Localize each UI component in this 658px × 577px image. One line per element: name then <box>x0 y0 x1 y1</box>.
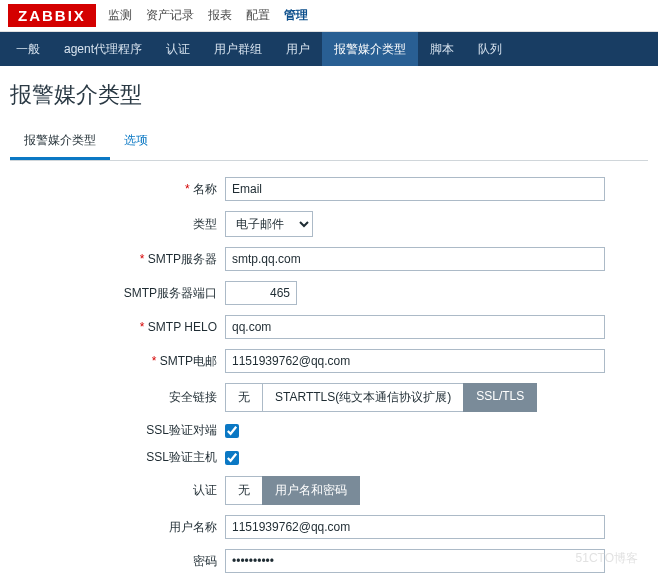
seg-sec-starttls[interactable]: STARTTLS(纯文本通信协议扩展) <box>262 383 464 412</box>
ssl-host-checkbox[interactable] <box>225 451 239 465</box>
seg-auth-none[interactable]: 无 <box>225 476 263 505</box>
smtp-port-input[interactable] <box>225 281 297 305</box>
subnav-scripts[interactable]: 脚本 <box>418 32 466 66</box>
tabs: 报警媒介类型 选项 <box>10 124 648 161</box>
seg-auth-userpass[interactable]: 用户名和密码 <box>262 476 360 505</box>
label-smtp-helo: SMTP HELO <box>0 320 225 334</box>
topnav-reports[interactable]: 报表 <box>208 7 232 24</box>
smtp-email-input[interactable] <box>225 349 605 373</box>
tab-options[interactable]: 选项 <box>110 124 162 160</box>
watermark: 51CTO博客 <box>576 550 638 567</box>
label-username: 用户名称 <box>0 519 225 536</box>
type-select[interactable]: 电子邮件 <box>225 211 313 237</box>
sub-nav: 一般 agent代理程序 认证 用户群组 用户 报警媒介类型 脚本 队列 <box>0 32 658 66</box>
name-input[interactable] <box>225 177 605 201</box>
subnav-authentication[interactable]: 认证 <box>154 32 202 66</box>
username-input[interactable] <box>225 515 605 539</box>
smtp-helo-input[interactable] <box>225 315 605 339</box>
subnav-mediatypes[interactable]: 报警媒介类型 <box>322 32 418 66</box>
seg-sec-ssltls[interactable]: SSL/TLS <box>463 383 537 412</box>
label-conn-security: 安全链接 <box>0 389 225 406</box>
label-ssl-host: SSL验证主机 <box>0 449 225 466</box>
subnav-proxies[interactable]: agent代理程序 <box>52 32 154 66</box>
label-name: 名称 <box>0 181 225 198</box>
subnav-general[interactable]: 一般 <box>4 32 52 66</box>
topnav-inventory[interactable]: 资产记录 <box>146 7 194 24</box>
tab-mediatype[interactable]: 报警媒介类型 <box>10 124 110 160</box>
top-bar: ZABBIX 监测 资产记录 报表 配置 管理 <box>0 0 658 32</box>
label-auth: 认证 <box>0 482 225 499</box>
subnav-queue[interactable]: 队列 <box>466 32 514 66</box>
seg-sec-none[interactable]: 无 <box>225 383 263 412</box>
topnav-monitoring[interactable]: 监测 <box>108 7 132 24</box>
label-smtp-server: SMTP服务器 <box>0 251 225 268</box>
seg-conn-security: 无 STARTTLS(纯文本通信协议扩展) SSL/TLS <box>225 383 537 412</box>
label-password: 密码 <box>0 553 225 570</box>
label-smtp-email: SMTP电邮 <box>0 353 225 370</box>
label-smtp-port: SMTP服务器端口 <box>0 285 225 302</box>
topnav-administration[interactable]: 管理 <box>284 7 308 24</box>
subnav-usergroups[interactable]: 用户群组 <box>202 32 274 66</box>
smtp-server-input[interactable] <box>225 247 605 271</box>
page-title: 报警媒介类型 <box>0 66 658 116</box>
seg-auth: 无 用户名和密码 <box>225 476 360 505</box>
logo: ZABBIX <box>8 4 96 27</box>
top-nav: 监测 资产记录 报表 配置 管理 <box>108 7 308 24</box>
subnav-users[interactable]: 用户 <box>274 32 322 66</box>
label-ssl-peer: SSL验证对端 <box>0 422 225 439</box>
ssl-peer-checkbox[interactable] <box>225 424 239 438</box>
form: 名称 类型 电子邮件 SMTP服务器 SMTP服务器端口 SMTP HELO S… <box>0 177 658 577</box>
label-type: 类型 <box>0 216 225 233</box>
password-input[interactable] <box>225 549 605 573</box>
topnav-configuration[interactable]: 配置 <box>246 7 270 24</box>
